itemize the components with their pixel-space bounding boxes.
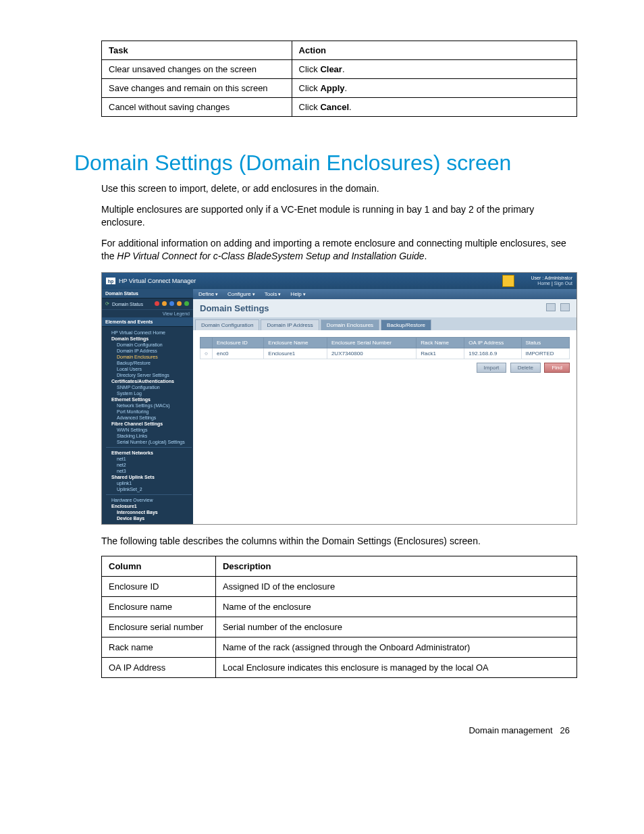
sidebar-item[interactable]: Domain IP Address — [106, 348, 192, 354]
sidebar-item[interactable]: Advanced Settings — [106, 415, 192, 421]
status-dot-warning-icon — [162, 301, 167, 306]
sidebar-item[interactable]: net3 — [106, 468, 192, 474]
tab[interactable]: Domain Enclosures — [321, 319, 379, 330]
paragraph-4: The following table describes the column… — [101, 535, 570, 548]
task-header: Task — [102, 41, 292, 60]
status-dot-critical-icon — [155, 301, 159, 306]
table-row: Save changes and remain on this screenCl… — [102, 79, 577, 98]
columns-description-table: Column Description Enclosure IDAssigned … — [101, 556, 577, 678]
app-titlebar: hp HP Virtual Connect Manager User : Adm… — [102, 273, 576, 289]
sidebar-item[interactable]: Directory Server Settings — [106, 372, 192, 378]
sidebar-item[interactable]: Ethernet Networks — [106, 450, 192, 456]
tab-body: Enclosure IDEnclosure NameEnclosure Seri… — [193, 330, 576, 506]
sidebar-item[interactable]: Ethernet Settings — [106, 396, 192, 402]
sidebar-item[interactable]: Interconnect Bays — [106, 509, 192, 515]
home-link[interactable]: Home — [537, 281, 550, 286]
table-row: OA IP AddressLocal Enclosure indicates t… — [102, 658, 577, 678]
sidebar-item[interactable]: HP Virtual Connect Home — [106, 330, 192, 336]
app-screenshot: hp HP Virtual Connect Manager User : Adm… — [101, 272, 577, 525]
sidebar-tree: HP Virtual Connect HomeDomain SettingsDo… — [102, 327, 193, 524]
signout-link[interactable]: Sign Out — [554, 281, 572, 286]
user-info: User : Administrator Home | Sign Out — [531, 276, 572, 287]
table-row: Enclosure IDAssigned ID of the enclosure — [102, 577, 577, 597]
status-dot-info-icon — [169, 301, 174, 306]
status-dot-degraded-icon — [177, 301, 182, 306]
help-icon[interactable] — [560, 303, 570, 311]
page-footer: Domain management 26 — [0, 725, 644, 735]
menu-item[interactable]: Help — [290, 291, 305, 297]
menu-item[interactable]: Tools — [265, 291, 281, 297]
sidebar-item[interactable]: UplinkSet_2 — [106, 486, 192, 492]
table-row: Clear unsaved changes on the screenClick… — [102, 60, 577, 79]
menu-item[interactable]: Define — [198, 291, 218, 297]
sidebar-item[interactable]: uplink1 — [106, 480, 192, 486]
tab[interactable]: Domain IP Address — [261, 319, 319, 330]
menu-item[interactable]: Configure — [227, 291, 255, 297]
sidebar-item[interactable]: Domain Enclosures — [106, 354, 192, 360]
sidebar-item[interactable]: Domain Settings — [106, 336, 192, 342]
paragraph-1: Use this screen to import, delete, or ad… — [101, 182, 570, 195]
table-row: Enclosure serial numberSerial number of … — [102, 617, 577, 637]
sidebar-item[interactable]: Certificates/Authentications — [106, 378, 192, 384]
domain-status-row: ⟳ Domain Status — [102, 298, 193, 310]
sidebar-item[interactable]: System Log — [106, 390, 192, 396]
sidebar-status-header: Domain Status — [102, 289, 193, 298]
sidebar-item[interactable]: Local Users — [106, 366, 192, 372]
sidebar-item[interactable]: Hardware Overview — [106, 497, 192, 503]
section-heading: Domain Settings (Domain Enclosures) scre… — [74, 151, 570, 176]
table-row: Cancel without saving changesClick Cance… — [102, 98, 577, 117]
page-title-bar: Domain Settings — [193, 299, 576, 317]
paragraph-2: Multiple enclosures are supported only i… — [101, 203, 570, 229]
sidebar: Domain Status ⟳ Domain Status View Legen… — [102, 289, 193, 524]
table-row: Enclosure nameName of the enclosure — [102, 597, 577, 617]
table-row: Rack nameName of the rack (assigned thro… — [102, 637, 577, 658]
sidebar-item[interactable]: Domain Configuration — [106, 342, 192, 348]
sidebar-item[interactable]: Enclosure1 — [106, 503, 192, 509]
column-header: Column — [102, 556, 216, 577]
enclosures-table: Enclosure IDEnclosure NameEnclosure Seri… — [200, 337, 570, 359]
sidebar-item[interactable]: Serial Number (Logical) Settings — [106, 439, 192, 445]
table-row[interactable]: ○enc0Enclosure12UX7340800Rack1192.168.6.… — [200, 348, 570, 359]
view-legend-link[interactable]: View Legend — [102, 310, 193, 317]
sidebar-item[interactable]: Stacking Links — [106, 433, 192, 439]
paragraph-3: For additional information on adding and… — [101, 237, 570, 263]
action-header: Action — [292, 41, 576, 60]
delete-button[interactable]: Delete — [510, 363, 541, 373]
app-title: HP Virtual Connect Manager — [119, 278, 196, 284]
sidebar-item[interactable]: net1 — [106, 456, 192, 462]
tab[interactable]: Backup/Restore — [381, 319, 431, 330]
task-action-table: Task Action Clear unsaved changes on the… — [101, 41, 577, 117]
sidebar-item[interactable]: Port Monitoring — [106, 409, 192, 415]
import-button[interactable]: Import — [477, 363, 507, 373]
sidebar-item[interactable]: Device Bays — [106, 515, 192, 521]
description-header: Description — [215, 556, 576, 577]
find-button[interactable]: Find — [544, 363, 570, 373]
status-dot-ok-icon — [184, 301, 189, 306]
sidebar-item[interactable]: Network Settings (MACs) — [106, 402, 192, 409]
page-title: Domain Settings — [200, 303, 269, 313]
tab-strip: Domain ConfigurationDomain IP AddressDom… — [193, 317, 576, 330]
tab[interactable]: Domain Configuration — [195, 319, 259, 330]
sidebar-elements-header: Elements and Events — [102, 317, 193, 327]
hp-logo-icon: hp — [106, 278, 115, 284]
home-icon[interactable] — [502, 275, 514, 287]
app-menubar: DefineConfigureToolsHelp — [193, 289, 576, 299]
sidebar-item[interactable]: Backup/Restore — [106, 360, 192, 366]
sidebar-item[interactable]: SNMP Configuration — [106, 384, 192, 390]
sidebar-item[interactable]: Shared Uplink Sets — [106, 474, 192, 480]
sidebar-item[interactable]: WWN Settings — [106, 427, 192, 433]
print-icon[interactable] — [546, 303, 556, 311]
sidebar-item[interactable]: net2 — [106, 462, 192, 468]
sidebar-item[interactable]: Fibre Channel Settings — [106, 421, 192, 427]
app-main: DefineConfigureToolsHelp Domain Settings… — [193, 289, 576, 524]
